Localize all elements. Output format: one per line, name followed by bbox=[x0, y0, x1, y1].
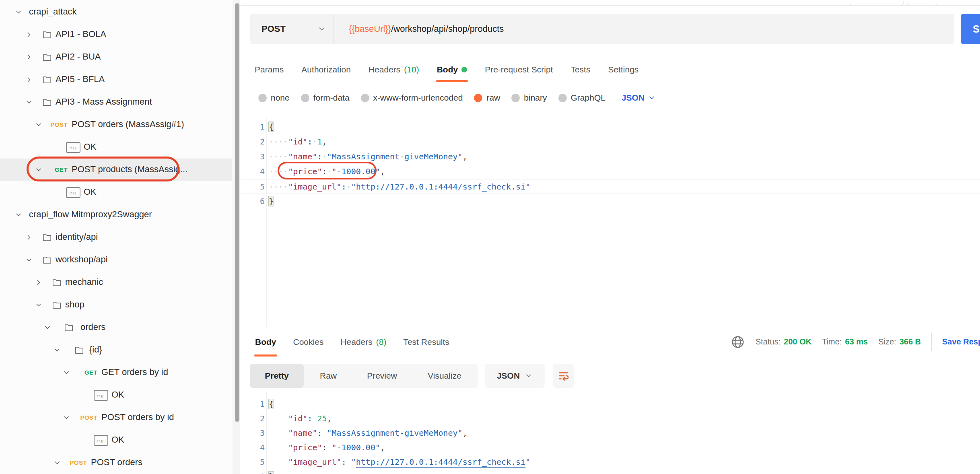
chevron-right-icon[interactable] bbox=[25, 76, 33, 84]
response-body-editor[interactable]: 1{2 "id": 25,3 "name": "MassAssignment-g… bbox=[241, 392, 980, 474]
chevron-down-icon[interactable] bbox=[25, 256, 33, 264]
body-mode-none[interactable]: none bbox=[258, 93, 290, 103]
view-preview[interactable]: Preview bbox=[353, 364, 411, 388]
tree-item-label: {id} bbox=[89, 344, 102, 355]
code-content: } bbox=[269, 194, 274, 209]
tab-settings[interactable]: Settings bbox=[608, 56, 638, 83]
chevron-down-icon[interactable] bbox=[14, 8, 23, 16]
line-number: 4 bbox=[241, 440, 265, 455]
code-line[interactable]: 3····"name":·"MassAssignment-giveMeMoney… bbox=[241, 149, 980, 164]
code-link[interactable]: http://127.0.0.1:4444/ssrf_check.si bbox=[356, 457, 525, 467]
chevron-right-icon[interactable] bbox=[25, 233, 33, 241]
code-line[interactable]: 6} bbox=[241, 194, 980, 209]
tab-tests[interactable]: Tests bbox=[570, 56, 590, 83]
code-line[interactable]: 1{ bbox=[241, 397, 980, 411]
code-line[interactable]: 4····"price":·"-1000.00", bbox=[241, 164, 980, 179]
status-badge: Status: 200 OK bbox=[756, 337, 811, 346]
time-value: 63 ms bbox=[845, 337, 868, 346]
body-mode-x-www-form-urlencoded[interactable]: x-www-form-urlencoded bbox=[361, 93, 463, 103]
wrap-text-button[interactable] bbox=[553, 364, 574, 388]
code-line[interactable]: 5····"image_url":·"http://127.0.0.1:4444… bbox=[241, 179, 980, 194]
code-content: "id": 25, bbox=[269, 411, 332, 426]
tree-item-request[interactable]: POSTPOST orders (MassAssig#1) bbox=[0, 113, 232, 136]
tab-pre-request-script[interactable]: Pre-request Script bbox=[485, 56, 553, 83]
sidebar-scrollbar[interactable] bbox=[235, 3, 239, 422]
body-mode-GraphQL[interactable]: GraphQL bbox=[558, 93, 605, 103]
tree-item-example[interactable]: e.g.OK bbox=[0, 181, 232, 204]
chevron-down-icon[interactable] bbox=[25, 98, 33, 106]
top-strip bbox=[241, 0, 980, 6]
tab-count: (8) bbox=[376, 337, 387, 347]
response-tab-body[interactable]: Body bbox=[255, 327, 276, 357]
body-mode-raw[interactable]: raw bbox=[474, 93, 500, 103]
chevron-down-icon[interactable] bbox=[35, 301, 43, 309]
tree-item-label: OK bbox=[84, 142, 97, 152]
url-input[interactable]: {{baseUrl}}/workshop/api/shop/products bbox=[334, 14, 954, 44]
tree-item-collection[interactable]: crapi_flow Mitmproxy2Swagger bbox=[0, 204, 232, 226]
tree-item-request[interactable]: GETPOST products (MassAssig... bbox=[0, 159, 232, 181]
code-token: "-1000.00" bbox=[332, 167, 380, 176]
tree-item-request[interactable]: POSTPOST orders by id bbox=[0, 406, 232, 429]
code-token: "http://127.0.0.1:4444/ssrf_check.si" bbox=[351, 182, 531, 192]
tree-item-request[interactable]: POSTPOST orders bbox=[0, 451, 232, 474]
tree-item-folder[interactable]: mechanic bbox=[0, 271, 232, 294]
tree-item-collection[interactable]: crapi_attack bbox=[0, 1, 232, 23]
response-tab-test-results[interactable]: Test Results bbox=[403, 327, 449, 357]
tab-label: Headers bbox=[369, 65, 400, 74]
tree-item-label: POST products (MassAssig... bbox=[72, 164, 187, 175]
view-pretty[interactable]: Pretty bbox=[250, 364, 304, 388]
tree-item-folder[interactable]: identity/api bbox=[0, 226, 232, 249]
tree-item-example[interactable]: e.g.OK bbox=[0, 136, 232, 159]
response-language-dropdown[interactable]: JSON bbox=[485, 364, 545, 388]
line-number: 2 bbox=[241, 411, 265, 426]
request-body-editor[interactable]: 1{2····"id":·1,3····"name":·"MassAssignm… bbox=[241, 118, 980, 327]
tree-item-example[interactable]: e.g.OK bbox=[0, 429, 232, 451]
method-selector[interactable]: POST bbox=[250, 14, 334, 44]
line-number: 5 bbox=[241, 179, 265, 194]
tree-item-folder[interactable]: API2 - BUA bbox=[0, 46, 232, 68]
chevron-down-icon[interactable] bbox=[14, 211, 23, 219]
response-tab-headers[interactable]: Headers(8) bbox=[340, 327, 386, 357]
tree-item-folder[interactable]: {id} bbox=[0, 339, 232, 361]
code-token: · bbox=[322, 152, 327, 161]
tree-item-folder[interactable]: workshop/api bbox=[0, 249, 232, 271]
tree-item-folder[interactable]: API3 - Mass Assignment bbox=[0, 91, 232, 113]
body-mode-binary[interactable]: binary bbox=[511, 93, 547, 103]
tree-item-label: mechanic bbox=[65, 277, 103, 287]
response-meta: Status: 200 OK Time: 63 ms Size: 366 B S… bbox=[731, 327, 980, 357]
code-line[interactable]: 4 "price": "-1000.00", bbox=[241, 440, 980, 455]
tree-item-folder[interactable]: orders bbox=[0, 316, 232, 339]
tree-item-request[interactable]: GETGET orders by id bbox=[0, 361, 232, 384]
body-mode-form-data[interactable]: form-data bbox=[301, 93, 350, 103]
top-strip-fragment bbox=[850, 1, 904, 5]
chevron-right-icon[interactable] bbox=[25, 31, 33, 39]
code-line[interactable]: 5 "image_url": "http://127.0.0.1:4444/ss… bbox=[241, 455, 980, 469]
tree-item-example[interactable]: e.g.OK bbox=[0, 384, 232, 406]
code-line[interactable]: 6} bbox=[241, 469, 980, 474]
code-line[interactable]: 3 "name": "MassAssignment-giveMeMoney", bbox=[241, 426, 980, 440]
save-response-button[interactable]: Save Response bbox=[942, 337, 980, 346]
tree-item-label: GET orders by id bbox=[101, 367, 168, 377]
response-tab-cookies[interactable]: Cookies bbox=[293, 327, 324, 357]
chevron-down-icon[interactable] bbox=[43, 324, 51, 332]
code-line[interactable]: 1{ bbox=[241, 120, 980, 134]
tab-authorization[interactable]: Authorization bbox=[301, 56, 351, 83]
tree-item-folder[interactable]: API1 - BOLA bbox=[0, 23, 232, 46]
chevron-right-icon[interactable] bbox=[35, 278, 43, 286]
view-raw[interactable]: Raw bbox=[304, 364, 353, 388]
tree-item-folder[interactable]: API5 - BFLA bbox=[0, 68, 232, 91]
tab-headers[interactable]: Headers(10) bbox=[369, 56, 419, 83]
tree-item-folder[interactable]: shop bbox=[0, 294, 232, 316]
chevron-right-icon[interactable] bbox=[25, 53, 33, 61]
send-button[interactable]: Send bbox=[961, 14, 980, 44]
body-mode-row: noneform-datax-www-form-urlencodedrawbin… bbox=[241, 86, 980, 109]
code-line[interactable]: 2····"id":·1, bbox=[241, 134, 980, 149]
code-token: : bbox=[322, 167, 327, 176]
tab-params[interactable]: Params bbox=[255, 56, 284, 83]
view-visualize[interactable]: Visualize bbox=[411, 364, 478, 388]
body-language-dropdown[interactable]: JSON bbox=[622, 93, 656, 103]
tab-body[interactable]: Body bbox=[437, 56, 467, 83]
code-line[interactable]: 2 "id": 25, bbox=[241, 411, 980, 426]
chevron-down-icon[interactable] bbox=[53, 346, 61, 354]
code-token: , bbox=[322, 137, 327, 146]
